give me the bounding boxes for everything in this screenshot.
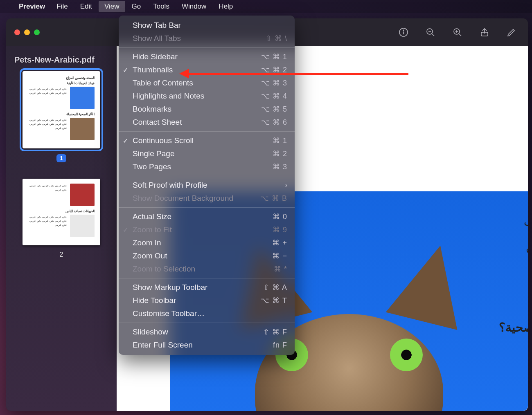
- menu-item-label: Thumbnails: [133, 65, 261, 74]
- menu-item-shortcut: ⌥ ⌘ 3: [261, 79, 287, 87]
- menu-item-shortcut: ⌥ ⌘ 2: [261, 65, 287, 74]
- menu-go[interactable]: Go: [126, 1, 147, 12]
- menu-item: Show Document Background⌥ ⌘ B: [119, 192, 295, 205]
- menu-item-shortcut: ⌘ 9: [273, 225, 287, 234]
- menu-item-label: Zoom to Fit: [133, 225, 273, 234]
- menu-item-shortcut: ⌘ 2: [273, 149, 287, 158]
- window-controls: [14, 29, 40, 35]
- share-icon[interactable]: [476, 24, 493, 40]
- page-number: 2: [60, 251, 63, 258]
- menu-tools[interactable]: Tools: [147, 1, 175, 12]
- menu-item-shortcut: ⇧ ⌘ A: [263, 283, 287, 292]
- menu-item-shortcut: ⇧ ⌘ \: [266, 34, 287, 43]
- thumbnail-page-2[interactable]: نص عربي نص عربي نص عربي نص عربي الحيوانا…: [11, 179, 112, 258]
- menu-item[interactable]: Zoom Out⌘ −: [119, 249, 295, 262]
- check-icon: ✓: [123, 66, 128, 74]
- menu-item[interactable]: Show Tab Bar: [119, 19, 295, 32]
- menu-item[interactable]: ✓Continuous Scroll⌘ 1: [119, 134, 295, 147]
- thumbnail-2-preview: نص عربي نص عربي نص عربي نص عربي الحيوانا…: [23, 179, 100, 245]
- menu-item[interactable]: Actual Size⌘ 0: [119, 210, 295, 223]
- menu-item-label: Show Document Background: [133, 194, 260, 203]
- menu-window[interactable]: Window: [176, 1, 212, 12]
- menu-item[interactable]: Soft Proof with Profile›: [119, 179, 295, 192]
- menu-item[interactable]: Bookmarks⌥ ⌘ 5: [119, 103, 295, 116]
- menu-item-shortcut: ⌥ ⌘ 5: [261, 105, 287, 114]
- menu-item[interactable]: Zoom In⌘ +: [119, 236, 295, 249]
- menu-item[interactable]: Highlights and Notes⌥ ⌘ 4: [119, 90, 295, 103]
- menu-separator: [119, 323, 295, 323]
- check-icon: ✓: [123, 137, 128, 145]
- menu-item-shortcut: ⌘ 3: [273, 162, 287, 171]
- menu-item-label: Continuous Scroll: [133, 136, 273, 145]
- view-menu-dropdown: Show Tab BarShow All Tabs⇧ ⌘ \Hide Sideb…: [119, 16, 295, 355]
- thumbnail-sidebar[interactable]: Pets-New-Arabic.pdf الصحة وتحسين المزاج …: [6, 46, 117, 411]
- menu-item-label: Slideshow: [133, 328, 263, 336]
- menu-separator: [119, 278, 295, 278]
- menu-item[interactable]: Slideshow⇧ ⌘ F: [119, 325, 295, 339]
- menu-item[interactable]: Customise Toolbar…: [119, 307, 295, 320]
- chevron-right-icon: ›: [285, 182, 287, 189]
- menu-item-label: Zoom Out: [133, 251, 272, 260]
- menu-item-shortcut: ⌘ 1: [273, 136, 287, 145]
- menu-item-label: Hide Sidebar: [133, 52, 261, 61]
- menu-item[interactable]: Table of Contents⌥ ⌘ 3: [119, 76, 295, 90]
- menu-item-shortcut: fn F: [273, 341, 287, 350]
- page-badge-selected: 1: [56, 154, 66, 162]
- menu-separator: [119, 207, 295, 208]
- menu-item[interactable]: Enter Full Screenfn F: [119, 339, 295, 352]
- menu-item-label: Table of Contents: [133, 79, 261, 87]
- menu-item[interactable]: Show Markup Toolbar⇧ ⌘ A: [119, 281, 295, 294]
- menu-item-shortcut: ⌘ *: [274, 265, 287, 274]
- menu-item-label: Show Markup Toolbar: [133, 283, 263, 292]
- info-icon[interactable]: [395, 24, 412, 40]
- menu-item[interactable]: Hide Sidebar⌥ ⌘ 1: [119, 50, 295, 63]
- app-name[interactable]: Preview: [14, 1, 50, 12]
- svg-point-2: [403, 30, 404, 30]
- menu-separator: [119, 131, 295, 132]
- menu-item[interactable]: ✓Thumbnails⌥ ⌘ 2: [119, 63, 295, 76]
- menu-item-shortcut: ⌘ 0: [273, 212, 287, 221]
- menubar: Preview File Edit View Go Tools Window H…: [0, 0, 532, 13]
- menu-file[interactable]: File: [51, 1, 73, 12]
- menu-item[interactable]: Contact Sheet⌥ ⌘ 6: [119, 116, 295, 129]
- menu-item-label: Bookmarks: [133, 105, 261, 114]
- menu-item[interactable]: Two Pages⌘ 3: [119, 160, 295, 173]
- menu-item-label: Contact Sheet: [133, 118, 261, 127]
- menu-item-shortcut: ⌥ ⌘ 1: [261, 52, 287, 61]
- zoom-in-icon[interactable]: [449, 24, 466, 40]
- menu-item-label: Zoom to Selection: [133, 265, 274, 274]
- menu-item-shortcut: ⌥ ⌘ 4: [261, 92, 287, 101]
- markup-icon[interactable]: [503, 24, 520, 40]
- minimize-button[interactable]: [24, 29, 30, 35]
- menu-separator: [119, 47, 295, 48]
- menu-item-shortcut: ⌥ ⌘ T: [261, 296, 287, 305]
- menu-item-label: Single Page: [133, 149, 273, 158]
- zoom-out-icon[interactable]: [422, 24, 439, 40]
- menu-view[interactable]: View: [99, 1, 125, 12]
- menu-edit[interactable]: Edit: [74, 1, 98, 12]
- menu-item-label: Two Pages: [133, 162, 273, 171]
- body-text-fragment: ب: [524, 216, 528, 229]
- menu-item-label: Show All Tabs: [133, 34, 266, 43]
- menu-item-shortcut: ⌥ ⌘ B: [260, 194, 287, 203]
- menu-item: ✓Zoom to Fit⌘ 9: [119, 223, 295, 236]
- menu-item[interactable]: Hide Toolbar⌥ ⌘ T: [119, 294, 295, 307]
- thumbnail-page-1[interactable]: الصحة وتحسين المزاج فوائد الحيوانات الأل…: [11, 71, 112, 162]
- menu-help[interactable]: Help: [213, 1, 239, 12]
- menu-item: Show All Tabs⇧ ⌘ \: [119, 32, 295, 45]
- menu-item-label: Show Tab Bar: [133, 21, 287, 30]
- menu-item-label: Soft Proof with Profile: [133, 181, 285, 190]
- menu-item[interactable]: Single Page⌘ 2: [119, 147, 295, 160]
- fullscreen-button[interactable]: [34, 29, 40, 35]
- svg-line-4: [432, 34, 434, 36]
- menu-item-shortcut: ⇧ ⌘ F: [263, 328, 287, 336]
- svg-line-7: [459, 34, 461, 36]
- menu-item: Zoom to Selection⌘ *: [119, 262, 295, 276]
- menu-item-label: Zoom In: [133, 238, 272, 247]
- menu-item-label: Highlights and Notes: [133, 92, 261, 101]
- menu-item-label: Enter Full Screen: [133, 341, 273, 350]
- close-button[interactable]: [14, 29, 20, 35]
- menu-item-shortcut: ⌘ +: [272, 238, 287, 247]
- thumbnail-1-preview: الصحة وتحسين المزاج فوائد الحيوانات الأل…: [23, 71, 100, 148]
- heading-fragment: صحية؟: [499, 320, 528, 334]
